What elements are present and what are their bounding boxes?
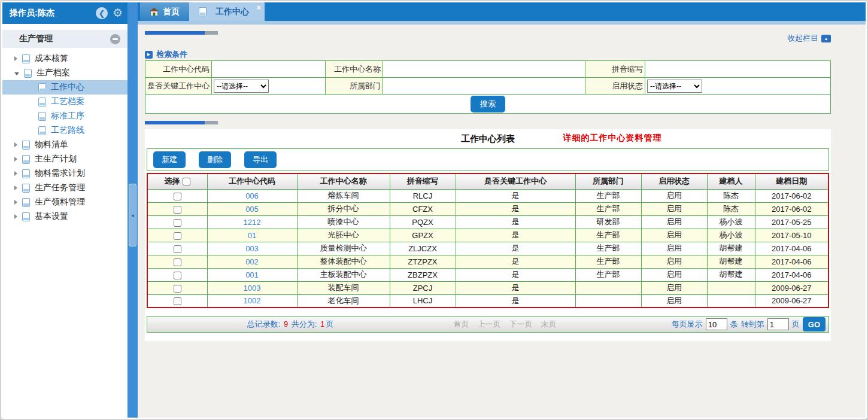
select-cell xyxy=(147,202,207,215)
select-cell xyxy=(147,242,207,255)
sidebar-collapse-handle[interactable]: ◂ xyxy=(129,184,136,246)
pages-value: 1 xyxy=(319,319,326,328)
cell: 是 xyxy=(456,268,575,281)
expanded-arrow-icon[interactable] xyxy=(14,72,19,75)
row-checkbox[interactable] xyxy=(174,232,181,240)
search-button[interactable]: 搜索 xyxy=(471,96,505,112)
table-row: 001主板装配中心ZBZPZX是生产部启用胡帮建2017-04-06 xyxy=(147,268,828,281)
top-row: 收起栏目 ▲ xyxy=(145,31,831,42)
row-checkbox[interactable] xyxy=(174,297,181,305)
minus-circle-icon[interactable] xyxy=(110,34,120,44)
pagination-link-首页[interactable]: 首页 xyxy=(453,319,469,330)
go-button[interactable]: GO xyxy=(803,317,825,331)
key-work-center-select[interactable]: --请选择-- xyxy=(214,80,269,93)
department-input[interactable] xyxy=(385,80,579,92)
label-work-center-code: 工作中心代码 xyxy=(145,61,212,78)
work-center-code-link[interactable]: 005 xyxy=(207,202,297,215)
sidebar-divider: ◂ xyxy=(128,2,138,418)
sidebar-item-生产领料管理[interactable]: 生产领料管理 xyxy=(2,195,128,209)
cell: 装配车间 xyxy=(297,281,390,294)
collapsed-arrow-icon[interactable] xyxy=(14,214,17,219)
cell: ZLJCZX xyxy=(390,242,456,255)
sidebar-item-工艺档案[interactable]: 工艺档案 xyxy=(2,95,128,109)
sidebar-item-主生产计划[interactable]: 主生产计划 xyxy=(2,152,128,166)
cell: 陈杰 xyxy=(707,202,755,215)
row-checkbox[interactable] xyxy=(174,272,181,279)
work-center-code-link[interactable]: 002 xyxy=(207,255,297,268)
list-title-row: 工作中心列表 详细的工作中心资料管理 xyxy=(147,132,829,146)
cell: 光胚中心 xyxy=(297,229,390,242)
collapsed-arrow-icon[interactable] xyxy=(14,157,17,162)
work-center-code-input[interactable] xyxy=(214,63,321,75)
sidebar-item-物料需求计划[interactable]: 物料需求计划 xyxy=(2,166,128,181)
work-center-code-link[interactable]: 1212 xyxy=(207,215,297,229)
section-arrow-icon[interactable]: ▶ xyxy=(145,51,153,59)
work-center-code-link[interactable]: 1003 xyxy=(207,281,297,294)
sidebar-item-工艺路线[interactable]: 工艺路线 xyxy=(2,123,128,138)
collapsed-arrow-icon[interactable] xyxy=(14,185,17,190)
cell: 启用 xyxy=(641,255,707,268)
work-center-code-link[interactable]: 006 xyxy=(207,189,297,202)
cell: 启用 xyxy=(641,242,707,255)
pinyin-input[interactable] xyxy=(647,63,825,75)
work-center-code-link[interactable]: 01 xyxy=(207,229,297,242)
enable-status-select[interactable]: --请选择-- xyxy=(647,80,702,93)
row-checkbox[interactable] xyxy=(174,219,181,227)
toolbar-button-新建[interactable]: 新建 xyxy=(153,151,186,168)
collapsed-arrow-icon[interactable] xyxy=(14,56,17,61)
goto-page-input[interactable] xyxy=(767,318,789,330)
close-icon[interactable]: × xyxy=(256,3,261,12)
table-head: 选择工作中心代码工作中心名称拼音缩写是否关键工作中心所属部门启用状态建档人建档日… xyxy=(147,174,828,189)
sidebar-item-基本设置[interactable]: 基本设置 xyxy=(2,209,128,224)
pagination-link-下一页[interactable]: 下一页 xyxy=(509,319,532,330)
pagination-link-上一页[interactable]: 上一页 xyxy=(477,319,500,330)
sidebar-item-生产任务管理[interactable]: 生产任务管理 xyxy=(2,181,128,195)
toolbar-button-删除[interactable]: 删除 xyxy=(199,151,231,168)
select-all-checkbox[interactable] xyxy=(183,178,190,185)
work-center-code-link[interactable]: 003 xyxy=(207,242,297,255)
cell: 2009-06-27 xyxy=(755,294,828,308)
cell: 杨小波 xyxy=(707,215,755,229)
work-center-code-link[interactable]: 1002 xyxy=(207,294,297,308)
collapsed-arrow-icon[interactable] xyxy=(14,142,17,147)
per-page-input[interactable] xyxy=(706,318,727,330)
cell: 生产部 xyxy=(575,229,641,242)
cell: 2017-04-06 xyxy=(755,268,828,281)
sidebar-item-生产档案[interactable]: 生产档案 xyxy=(2,66,128,80)
document-icon xyxy=(22,198,30,207)
sidebar-item-label: 标准工序 xyxy=(51,111,84,121)
row-checkbox[interactable] xyxy=(174,258,181,266)
sidebar-item-label: 基本设置 xyxy=(35,211,68,222)
work-center-name-input[interactable] xyxy=(385,63,579,75)
row-checkbox[interactable] xyxy=(174,285,181,293)
row-checkbox[interactable] xyxy=(174,193,181,200)
sidebar-item-成本核算[interactable]: 成本核算 xyxy=(2,51,128,66)
collapse-section-link[interactable]: 收起栏目 ▲ xyxy=(787,33,831,44)
collapsed-arrow-icon[interactable] xyxy=(14,171,17,176)
tab-work-center[interactable]: 工作中心× xyxy=(189,2,265,21)
sidebar-item-label: 成本核算 xyxy=(35,53,68,64)
cell: 是 xyxy=(456,189,575,202)
column-header: 选择 xyxy=(147,174,207,189)
collapsed-arrow-icon[interactable] xyxy=(14,200,17,205)
cell: 主板装配中心 xyxy=(297,268,390,281)
sidebar-item-label: 工艺路线 xyxy=(51,125,84,136)
select-cell xyxy=(147,255,207,268)
pagination-link-末页[interactable]: 末页 xyxy=(541,319,556,330)
cell: 拆分中心 xyxy=(297,202,390,215)
label-enable-status: 启用状态 xyxy=(585,78,645,95)
sidebar-item-标准工序[interactable]: 标准工序 xyxy=(2,109,128,123)
toolbar-button-导出[interactable]: 导出 xyxy=(244,151,277,168)
sidebar-item-物料清单[interactable]: 物料清单 xyxy=(2,138,128,152)
sidebar-item-工作中心[interactable]: 工作中心 xyxy=(2,80,128,95)
work-center-code-link[interactable]: 001 xyxy=(207,268,297,281)
tab-home[interactable]: 首页 xyxy=(140,2,189,21)
row-checkbox[interactable] xyxy=(174,206,181,214)
row-checkbox[interactable] xyxy=(174,245,181,253)
collapse-sidebar-icon[interactable]: ❮ xyxy=(96,7,108,19)
total-label: 总记录数: xyxy=(247,319,281,328)
gear-icon[interactable]: ⚙ xyxy=(113,7,123,19)
column-header: 拼音缩写 xyxy=(390,174,456,189)
table-row: 01光胚中心GPZX是生产部启用杨小波2017-05-10 xyxy=(147,229,828,242)
document-icon xyxy=(38,98,46,106)
